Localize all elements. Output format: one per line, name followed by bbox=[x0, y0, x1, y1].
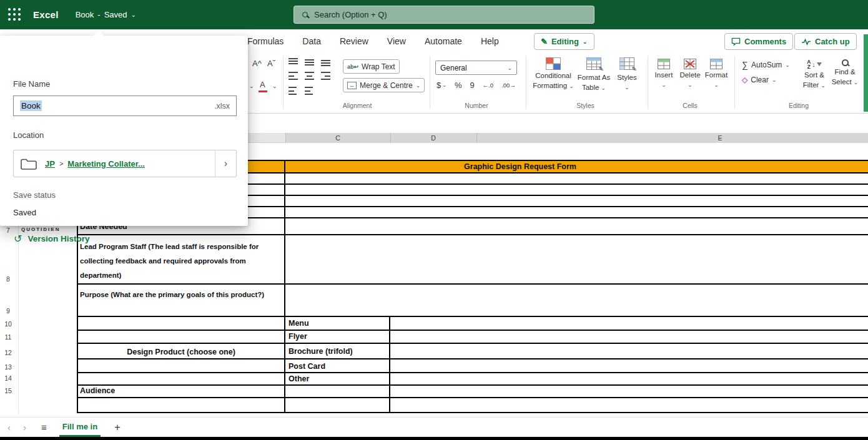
row-header-8[interactable]: 8 bbox=[0, 275, 16, 283]
app-launcher-icon[interactable] bbox=[8, 8, 21, 21]
editing-mode-label: Editing bbox=[551, 37, 579, 46]
chevron-down-icon: ⌄ bbox=[583, 39, 588, 45]
font-color-chevron-icon[interactable]: ⌄ bbox=[272, 83, 277, 89]
merge-centre-button[interactable]: ↔ Merge & Centre ⌄ bbox=[343, 78, 425, 92]
cell-option-brochure[interactable]: Brochure (trifold) bbox=[289, 347, 353, 356]
tab-view[interactable]: View bbox=[387, 36, 406, 46]
format-cells-button[interactable]: Format ⌄ bbox=[702, 59, 731, 89]
percent-style-button[interactable]: % bbox=[455, 81, 462, 90]
find-select-button[interactable]: Find & Select ⌄ bbox=[829, 59, 861, 87]
insert-label: Insert bbox=[655, 71, 673, 79]
sheet-nav-left-button[interactable]: ‹ bbox=[7, 422, 11, 433]
format-as-table-label-1: Format As bbox=[578, 73, 610, 82]
clear-button[interactable]: ◇ Clear ⌄ bbox=[742, 76, 776, 84]
insert-cells-button[interactable]: Insert ⌄ bbox=[649, 59, 678, 89]
row-header-14[interactable]: 14 bbox=[0, 374, 16, 382]
cell-audience[interactable]: Audience bbox=[80, 386, 115, 395]
document-title-button[interactable]: Book - Saved ⌄ bbox=[76, 10, 136, 19]
increase-indent-icon[interactable] bbox=[305, 87, 313, 95]
location-expand-button[interactable]: › bbox=[215, 150, 236, 177]
font-decrease-button[interactable]: Aˇ bbox=[267, 59, 275, 68]
version-history-button[interactable]: ↺ Version History bbox=[14, 233, 89, 245]
clear-label: Clear bbox=[751, 76, 769, 84]
ribbon-separator bbox=[526, 56, 526, 109]
delete-label: Delete bbox=[679, 71, 700, 79]
sheet-list-button[interactable]: ≡ bbox=[41, 422, 47, 433]
row-header-13[interactable]: 13 bbox=[0, 363, 16, 371]
comments-button[interactable]: Comments bbox=[724, 33, 793, 50]
conditional-formatting-button[interactable]: Conditional Formatting ⌄ bbox=[530, 57, 577, 90]
ribbon-tab-row: Formulas Data Review View Automate Help bbox=[247, 29, 499, 53]
cell-option-flyer[interactable]: Flyer bbox=[289, 332, 307, 341]
tab-automate[interactable]: Automate bbox=[425, 36, 462, 46]
cell-option-postcard[interactable]: Post Card bbox=[289, 362, 325, 371]
catch-up-button[interactable]: Catch up bbox=[794, 33, 857, 50]
merge-centre-label: Merge & Centre bbox=[360, 81, 413, 90]
currency-format-button[interactable]: $ ⌄ bbox=[436, 81, 446, 90]
pencil-icon: ✎ bbox=[541, 37, 548, 46]
row-header-10[interactable]: 10 bbox=[0, 320, 16, 328]
align-top-icon[interactable] bbox=[289, 58, 298, 66]
excel-logo-text[interactable]: Excel bbox=[33, 9, 59, 20]
sort-filter-button[interactable]: AZ ↓ Sort & Filter ⌄ bbox=[799, 59, 829, 90]
editing-mode-button[interactable]: ✎ Editing ⌄ bbox=[534, 33, 594, 50]
add-sheet-button[interactable]: + bbox=[114, 421, 121, 434]
increase-decimal-button[interactable]: ←.0 bbox=[483, 82, 493, 89]
search-input[interactable]: Search (Option + Q) bbox=[293, 6, 594, 24]
column-header-d[interactable]: D bbox=[390, 133, 476, 143]
tab-help[interactable]: Help bbox=[481, 36, 499, 46]
tab-data[interactable]: Data bbox=[302, 36, 321, 46]
chevron-down-icon: ⌄ bbox=[131, 11, 136, 18]
fill-color-chevron-icon[interactable]: ⌄ bbox=[249, 83, 254, 89]
cell-option-menu[interactable]: Menu bbox=[289, 319, 309, 328]
sheet-tab-fill-me-in[interactable]: Fill me in bbox=[59, 418, 101, 437]
tab-formulas[interactable]: Formulas bbox=[247, 36, 284, 46]
align-center-icon[interactable] bbox=[305, 72, 314, 80]
row-header-9[interactable]: 9 bbox=[0, 307, 16, 315]
align-bottom-icon[interactable] bbox=[321, 58, 330, 66]
align-middle-icon[interactable] bbox=[305, 58, 314, 66]
column-header-c[interactable]: C bbox=[285, 133, 390, 143]
breadcrumb-jp-link[interactable]: JP bbox=[45, 159, 55, 169]
row-header-12[interactable]: 12 bbox=[0, 349, 16, 356]
row-header-11[interactable]: 11 bbox=[0, 333, 16, 341]
align-right-icon[interactable] bbox=[321, 72, 330, 80]
row-header-15[interactable]: 15 bbox=[0, 387, 16, 394]
ribbon-group-label-editing: Editing bbox=[737, 102, 861, 109]
decrease-indent-icon[interactable] bbox=[289, 87, 297, 95]
wrap-text-button[interactable]: ab↩ Wrap Text bbox=[343, 59, 400, 74]
cell-purpose[interactable]: Purpose (What are the primary goals of t… bbox=[80, 288, 287, 302]
file-extension-label: .xlsx bbox=[214, 102, 230, 110]
tab-review[interactable]: Review bbox=[340, 36, 368, 46]
comma-style-button[interactable]: 9 bbox=[470, 81, 475, 90]
wrap-text-icon: ab↩ bbox=[347, 64, 358, 70]
cell-styles-icon: ✎ bbox=[619, 57, 634, 72]
conditional-formatting-label-1: Conditional bbox=[535, 71, 571, 80]
cell-option-other[interactable]: Other bbox=[289, 374, 309, 383]
sheet-nav-right-button[interactable]: › bbox=[23, 422, 26, 433]
file-name-input[interactable]: Book .xlsx bbox=[13, 95, 237, 116]
gridline bbox=[77, 234, 868, 235]
font-color-button[interactable]: A bbox=[260, 80, 265, 89]
file-name-value: Book bbox=[20, 100, 42, 111]
chevron-down-icon: ⌄ bbox=[785, 62, 790, 68]
number-format-select[interactable]: General ⌄ bbox=[435, 61, 517, 75]
cell-styles-button[interactable]: ✎ Styles ⌄ bbox=[607, 57, 647, 92]
font-increase-button[interactable]: A^ bbox=[252, 59, 262, 68]
sigma-icon: ∑ bbox=[742, 60, 748, 70]
ribbon-group-label-styles: Styles bbox=[528, 102, 643, 109]
align-left-icon[interactable] bbox=[289, 72, 298, 80]
chevron-down-icon: ⌄ bbox=[714, 81, 719, 89]
breadcrumb-folder-link[interactable]: Marketing Collater... bbox=[67, 159, 145, 169]
gridline bbox=[77, 384, 868, 386]
autosum-button[interactable]: ∑ AutoSum ⌄ bbox=[742, 60, 790, 70]
cell-lead-program-staff[interactable]: Lead Program Staff (The lead staff is re… bbox=[80, 240, 287, 283]
cell-design-product[interactable]: Design Product (choose one) bbox=[78, 348, 284, 356]
decrease-decimal-button[interactable]: .00→ bbox=[501, 82, 516, 89]
delete-cells-button[interactable]: Delete ⌄ bbox=[676, 59, 704, 89]
chevron-down-icon: ⌄ bbox=[688, 81, 693, 89]
history-icon: ↺ bbox=[14, 233, 22, 245]
comment-bubble-icon bbox=[731, 37, 741, 46]
wrap-text-label: Wrap Text bbox=[362, 62, 395, 71]
column-header-e[interactable]: E bbox=[476, 133, 868, 143]
